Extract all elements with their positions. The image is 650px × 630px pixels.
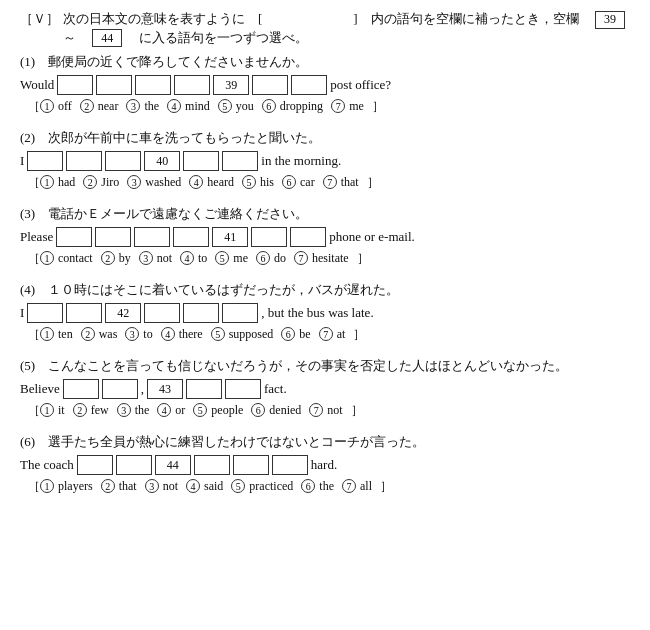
suffix-2: in the morning.: [261, 153, 341, 169]
choice-word: or: [172, 403, 185, 417]
blank-box[interactable]: [252, 75, 288, 95]
choice-item: 2 few: [73, 403, 109, 418]
choice-word: hesitate: [309, 251, 349, 265]
answer-row-4: I42, but the bus was late.: [20, 303, 630, 323]
blank-box[interactable]: [173, 227, 209, 247]
blank-box[interactable]: [77, 455, 113, 475]
choice-word: his: [257, 175, 274, 189]
choice-item: 1 players: [40, 479, 93, 494]
blank-box[interactable]: [251, 227, 287, 247]
choice-number: 1: [40, 251, 54, 265]
choice-item: 3 the: [126, 99, 159, 114]
choice-item: 2 that: [101, 479, 137, 494]
blank-box[interactable]: [174, 75, 210, 95]
choice-item: 6 denied: [251, 403, 301, 418]
choice-item: 3 washed: [127, 175, 181, 190]
blank-box[interactable]: [95, 227, 131, 247]
blank-box[interactable]: [272, 455, 308, 475]
blank-box[interactable]: [134, 227, 170, 247]
prefix-6: The coach: [20, 457, 74, 473]
choice-word: heard: [204, 175, 234, 189]
choice-word: not: [154, 251, 172, 265]
blank-box[interactable]: [105, 151, 141, 171]
blank-box[interactable]: [183, 151, 219, 171]
choice-number: 2: [101, 479, 115, 493]
choice-word: said: [201, 479, 223, 493]
choice-item: 6 dropping: [262, 99, 323, 114]
blank-box[interactable]: [57, 75, 93, 95]
choice-word: people: [208, 403, 243, 417]
choice-word: at: [334, 327, 346, 341]
question-3: (3) 電話かＥメールで遠慮なくご連絡ください。Please41phone or…: [20, 205, 630, 267]
blank-box[interactable]: [144, 303, 180, 323]
choice-word: me: [230, 251, 248, 265]
choice-item: 4 heard: [189, 175, 234, 190]
choice-number: 1: [40, 403, 54, 417]
choice-number: 6: [256, 251, 270, 265]
choice-item: 1 contact: [40, 251, 93, 266]
choices-row-1: ［1 off2 near3 the4 mind5 you6 dropping7 …: [20, 98, 630, 115]
prefix-4: I: [20, 305, 24, 321]
suffix-4: , but the bus was late.: [261, 305, 373, 321]
choice-word: to: [140, 327, 152, 341]
choice-word: do: [271, 251, 286, 265]
choice-number: 4: [157, 403, 171, 417]
header-instruction: 次の日本文の意味を表すように [ ] 内の語句を空欄に補ったとき，空欄 39 ～…: [63, 10, 630, 47]
answer-row-6: The coach44hard.: [20, 455, 630, 475]
choice-word: to: [195, 251, 207, 265]
blank-box[interactable]: [135, 75, 171, 95]
blank-box[interactable]: [56, 227, 92, 247]
blank-box[interactable]: [96, 75, 132, 95]
blank-box[interactable]: [183, 303, 219, 323]
choice-item: 1 off: [40, 99, 72, 114]
choice-number: 2: [83, 175, 97, 189]
choice-word: all: [357, 479, 372, 493]
choice-number: 7: [323, 175, 337, 189]
blank-box[interactable]: [66, 151, 102, 171]
choice-number: 4: [186, 479, 200, 493]
choices-row-3: ［1 contact2 by3 not4 to5 me6 do7 hesitat…: [20, 250, 630, 267]
choice-number: 6: [281, 327, 295, 341]
choice-number: 1: [40, 99, 54, 113]
choice-item: 1 it: [40, 403, 65, 418]
blank-box[interactable]: [27, 303, 63, 323]
blank-box[interactable]: [102, 379, 138, 399]
blank-box[interactable]: [225, 379, 261, 399]
answer-row-1: Would39post office?: [20, 75, 630, 95]
choice-word: ten: [55, 327, 73, 341]
japanese-text-1: (1) 郵便局の近くで降ろしてくださいませんか。: [20, 53, 630, 71]
choice-item: 2 Jiro: [83, 175, 119, 190]
blank-box[interactable]: [66, 303, 102, 323]
blank-box[interactable]: [291, 75, 327, 95]
choice-word: there: [176, 327, 203, 341]
blank-box[interactable]: [27, 151, 63, 171]
blank-box[interactable]: [222, 151, 258, 171]
blank-box[interactable]: [290, 227, 326, 247]
choice-number: 6: [251, 403, 265, 417]
choice-number: 1: [40, 327, 54, 341]
blank-box[interactable]: [233, 455, 269, 475]
choice-number: 2: [80, 99, 94, 113]
suffix-6: hard.: [311, 457, 337, 473]
choice-item: 4 or: [157, 403, 185, 418]
choice-item: 7 at: [319, 327, 346, 342]
blank-box[interactable]: [63, 379, 99, 399]
choice-word: near: [95, 99, 119, 113]
japanese-text-2: (2) 次郎が午前中に車を洗ってもらったと聞いた。: [20, 129, 630, 147]
prefix-2: I: [20, 153, 24, 169]
choice-word: contact: [55, 251, 93, 265]
choice-item: 5 you: [218, 99, 254, 114]
choice-item: 6 the: [301, 479, 334, 494]
blank-box[interactable]: [194, 455, 230, 475]
choice-item: 7 all: [342, 479, 372, 494]
answer-row-2: I40in the morning.: [20, 151, 630, 171]
blank-box[interactable]: [116, 455, 152, 475]
blank-box[interactable]: [222, 303, 258, 323]
choice-item: 3 not: [139, 251, 172, 266]
choice-item: 4 to: [180, 251, 207, 266]
choice-item: 5 his: [242, 175, 274, 190]
blank-box[interactable]: [186, 379, 222, 399]
comma: ,: [141, 381, 144, 397]
question-6: (6) 選手たち全員が熱心に練習したわけではないとコーチが言った。The coa…: [20, 433, 630, 495]
choice-number: 3: [139, 251, 153, 265]
